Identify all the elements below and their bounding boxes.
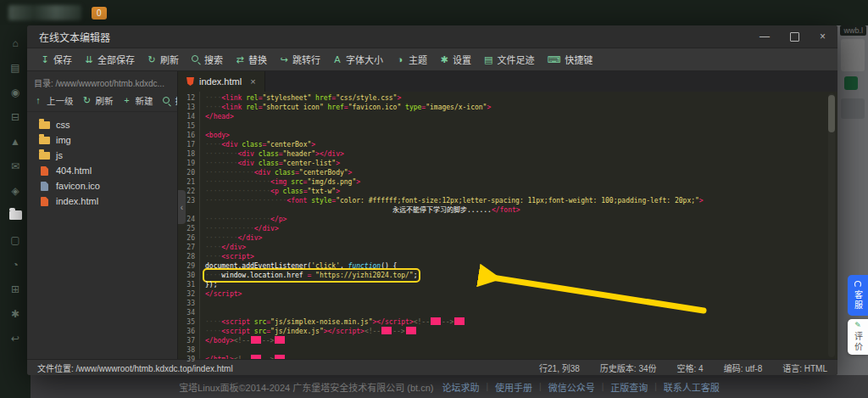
toolbar-settings-label: 设置 bbox=[453, 53, 471, 66]
code-line: ········<div class="center-list"> bbox=[205, 159, 837, 168]
file-footprint-icon: ▤ bbox=[484, 55, 492, 64]
logout-icon: ↩ bbox=[11, 334, 19, 344]
file-panel-refresh-button[interactable]: ↻刷新 bbox=[83, 94, 114, 107]
toolbar-file-footprint-button[interactable]: ▤文件足迹 bbox=[484, 53, 534, 66]
tree-file-index.html[interactable]: index.html bbox=[29, 193, 175, 209]
save-all-icon: ⇊ bbox=[85, 55, 93, 64]
window-title: 在线文本编辑器 bbox=[39, 30, 110, 44]
tree-folder-img[interactable]: img bbox=[29, 132, 175, 148]
code-line: ········</div> bbox=[205, 233, 837, 243]
status-item: 历史版本: 34份 bbox=[600, 362, 657, 374]
fullscreen-icon[interactable] bbox=[790, 32, 799, 42]
code-lines[interactable]: ····<link rel="stylesheet" href="css/sty… bbox=[200, 92, 837, 359]
code-line: ····<link rel="stylesheet" href="css/sty… bbox=[205, 93, 837, 103]
code-line: ····<script> bbox=[205, 252, 837, 261]
line-number: 19 bbox=[178, 159, 195, 168]
mail-icon: ✉ bbox=[11, 161, 19, 171]
editor-scrollbar[interactable] bbox=[828, 93, 835, 357]
toolbar-goto-line-button[interactable]: ↪跳转行 bbox=[280, 53, 320, 66]
file-panel-up-level-label: 上一级 bbox=[47, 94, 74, 107]
sidebar-item-security[interactable]: ◈ bbox=[6, 183, 25, 198]
tab-index-html[interactable]: index.html × bbox=[178, 71, 265, 92]
settings-icon: ✱ bbox=[11, 309, 19, 319]
up-level-icon: ↑ bbox=[34, 96, 42, 105]
sidebar-item-docker[interactable]: ▲ bbox=[6, 134, 25, 149]
file-panel-search-button[interactable]: 搜索 bbox=[163, 94, 179, 107]
code-line: ················</p> bbox=[205, 215, 837, 224]
file-panel-new-button[interactable]: +新建 bbox=[123, 94, 153, 107]
app-root: 0 ⌂▤◉⊟▲✉◈▢◔⊞✱↩ wwb.l 在线文本编辑器 — × ↧保存⇊全部保… bbox=[0, 0, 868, 398]
tree-file-favicon.ico[interactable]: favicon.ico bbox=[29, 178, 175, 193]
toolbar-font-size-button[interactable]: A字体大小 bbox=[333, 53, 383, 66]
hotkeys-icon: ⌨ bbox=[547, 55, 560, 64]
sidebar-item-files[interactable] bbox=[6, 208, 25, 222]
toolbar-theme-button[interactable]: ◑主题 bbox=[396, 53, 427, 66]
line-number: 37 bbox=[178, 336, 195, 345]
tree-file-label: 404.html bbox=[56, 165, 92, 176]
footer-link[interactable]: 使用手册 bbox=[495, 380, 532, 394]
footer-link[interactable]: 微信公众号 bbox=[548, 380, 595, 394]
sidebar-item-database[interactable]: ⊟ bbox=[6, 109, 25, 124]
save-icon: ↧ bbox=[41, 55, 49, 64]
footer-separator: | bbox=[539, 382, 542, 391]
sidebar-item-mail[interactable]: ✉ bbox=[6, 159, 25, 173]
widget-label: 评价 bbox=[852, 332, 865, 352]
html-file-icon bbox=[41, 166, 48, 176]
redacted-block bbox=[251, 336, 261, 344]
copyright-text: 宝塔Linux面板©2014-2024 广东堡塔安全技术有限公司 (bt.cn) bbox=[179, 380, 433, 394]
home-icon: ⌂ bbox=[12, 38, 18, 48]
tree-folder-js[interactable]: js bbox=[29, 148, 175, 163]
code-editor[interactable]: 1213141516171819202122232425262728293031… bbox=[178, 92, 837, 359]
scrollbar-thumb[interactable] bbox=[828, 95, 835, 132]
sidebar-item-terminal[interactable]: ▢ bbox=[6, 233, 25, 247]
app-store-icon: ⊞ bbox=[11, 284, 19, 294]
line-number: 35 bbox=[178, 317, 195, 327]
customer-service-widget[interactable]: 客服 bbox=[848, 275, 868, 316]
footer-link[interactable]: 论坛求助 bbox=[442, 380, 479, 394]
close-icon[interactable]: × bbox=[820, 31, 826, 42]
sidebar-item-logout[interactable]: ↩ bbox=[6, 331, 25, 345]
line-number: 12 bbox=[178, 93, 195, 103]
collapse-panel-button[interactable]: ‹ bbox=[178, 190, 186, 224]
code-line: document.addEventListener('click', funct… bbox=[205, 261, 837, 271]
toolbar-goto-line-label: 跳转行 bbox=[292, 53, 320, 66]
line-number: 20 bbox=[178, 168, 195, 177]
toolbar-file-footprint-label: 文件足迹 bbox=[497, 53, 534, 66]
code-line: ····window.location.href = "https://yizh… bbox=[205, 271, 837, 280]
code-line: ········<div class="header"></div> bbox=[205, 149, 837, 159]
toolbar-save-all-button[interactable]: ⇊全部保存 bbox=[85, 53, 135, 66]
toolbar-refresh-button[interactable]: ↻刷新 bbox=[147, 53, 179, 66]
statusbar-right: 行21, 列38历史版本: 34份空格: 4编码: utf-8语言: HTML bbox=[539, 362, 827, 374]
editor-toolbar: ↧保存⇊全部保存↻刷新搜索⇄替换↪跳转行A字体大小◑主题✱设置▤文件足迹⌨快捷键 bbox=[27, 48, 837, 71]
toolbar-search-button[interactable]: 搜索 bbox=[192, 53, 223, 66]
footer: 宝塔Linux面板©2014-2024 广东堡塔安全技术有限公司 (bt.cn)… bbox=[31, 375, 868, 398]
tree-folder-css[interactable]: css bbox=[29, 117, 175, 132]
redacted-block bbox=[406, 327, 416, 334]
security-icon: ◈ bbox=[11, 186, 19, 196]
file-panel-up-level-button[interactable]: ↑上一级 bbox=[34, 94, 74, 107]
message-badge[interactable]: 0 bbox=[92, 7, 107, 20]
sidebar-item-app-store[interactable]: ⊞ bbox=[6, 282, 25, 296]
sidebar-item-website[interactable]: ▤ bbox=[6, 60, 25, 75]
footer-separator: | bbox=[486, 382, 488, 391]
footer-separator: | bbox=[602, 382, 604, 391]
sidebar-item-cron[interactable]: ◔ bbox=[6, 257, 25, 272]
minimize-icon[interactable]: — bbox=[760, 31, 770, 42]
footer-separator: | bbox=[654, 382, 657, 391]
sidebar-item-settings[interactable]: ✱ bbox=[6, 306, 25, 321]
sidebar-item-ftp[interactable]: ◉ bbox=[6, 85, 25, 99]
toolbar-settings-button[interactable]: ✱设置 bbox=[440, 53, 471, 66]
toolbar-hotkeys-button[interactable]: ⌨快捷键 bbox=[547, 53, 593, 66]
code-line: </head> bbox=[205, 112, 837, 121]
feedback-widget[interactable]: ✎ 评价 bbox=[848, 319, 868, 355]
line-number: 16 bbox=[178, 131, 195, 140]
tree-file-404.html[interactable]: 404.html bbox=[29, 163, 175, 178]
tab-close-icon[interactable]: × bbox=[250, 76, 255, 87]
redacted-block bbox=[275, 355, 285, 359]
sidebar-item-home[interactable]: ⌂ bbox=[6, 36, 25, 50]
toolbar-save-button[interactable]: ↧保存 bbox=[41, 53, 72, 66]
footer-link[interactable]: 正版查询 bbox=[610, 380, 648, 394]
line-number: 29 bbox=[178, 261, 195, 271]
footer-link[interactable]: 联系人工客服 bbox=[664, 380, 720, 394]
toolbar-replace-button[interactable]: ⇄替换 bbox=[236, 53, 267, 66]
